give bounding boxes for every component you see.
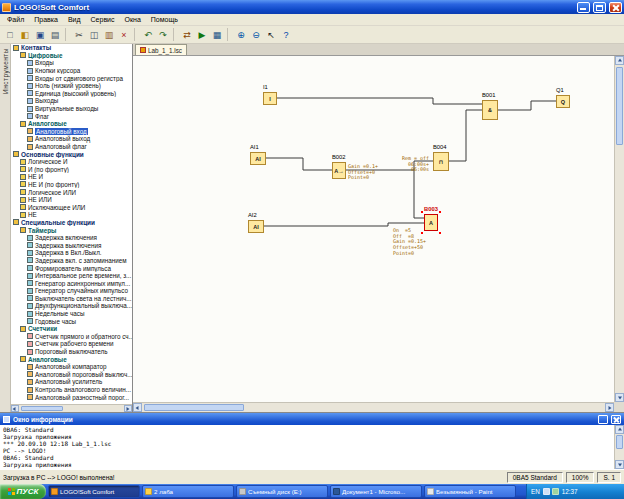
safely-remove-icon[interactable] bbox=[552, 488, 559, 495]
block-ai2[interactable]: AI bbox=[248, 220, 264, 233]
copy-icon[interactable]: ◫ bbox=[87, 28, 101, 42]
tree-item[interactable]: Ноль (низкий уровень) bbox=[11, 82, 132, 90]
select-tool-icon[interactable]: ↖ bbox=[264, 28, 278, 42]
tree-item[interactable]: Двухфункциональный выключа... bbox=[11, 302, 132, 310]
tree-item[interactable]: И (по фронту) bbox=[11, 166, 132, 174]
tools-panel-tab[interactable]: Инструменты bbox=[0, 44, 11, 412]
tree-item[interactable]: Недельные часы bbox=[11, 310, 132, 318]
tree-item[interactable]: Выходы bbox=[11, 97, 132, 105]
tree-item[interactable]: Аналоговый флаг bbox=[11, 143, 132, 151]
tree-item[interactable]: Кнопки курсора bbox=[11, 67, 132, 75]
tree-item[interactable]: Выключатель света на лестнич... bbox=[11, 295, 132, 303]
scroll-thumb[interactable] bbox=[616, 435, 623, 449]
tree-item[interactable]: Аналоговый компаратор bbox=[11, 363, 132, 371]
scroll-left-button[interactable] bbox=[133, 403, 142, 412]
scroll-up-button[interactable] bbox=[615, 56, 624, 65]
start-button[interactable]: ПУСК bbox=[0, 484, 46, 499]
tree-item[interactable]: Специальные функции bbox=[11, 219, 132, 227]
tree-item[interactable]: Задержка включения bbox=[11, 234, 132, 242]
taskbar-item[interactable]: Документ1 - Microso... bbox=[330, 485, 422, 498]
tab-lab-1-1[interactable]: Lab_1_1.lsc bbox=[135, 44, 187, 55]
block-q1[interactable]: Q bbox=[556, 95, 570, 108]
tree-item[interactable]: Счетчик рабочего времени bbox=[11, 340, 132, 348]
block-ai1[interactable]: AI bbox=[250, 152, 266, 165]
volume-icon[interactable] bbox=[543, 488, 550, 495]
minimize-button[interactable] bbox=[577, 2, 590, 13]
open-folder-icon[interactable]: ◧ bbox=[18, 28, 32, 42]
tree-item[interactable]: Контроль аналогового величин... bbox=[11, 386, 132, 394]
online-test-icon[interactable]: ▦ bbox=[210, 28, 224, 42]
tree-item[interactable]: Основные функции bbox=[11, 150, 132, 158]
tree-item[interactable]: Задержка выключения bbox=[11, 241, 132, 249]
tree-item[interactable]: Аналоговый усилитель bbox=[11, 378, 132, 386]
delete-icon[interactable]: × bbox=[117, 28, 131, 42]
tree-item[interactable]: Виртуальные выходы bbox=[11, 105, 132, 113]
taskbar-item[interactable]: 2 лаба bbox=[142, 485, 234, 498]
menu-item[interactable]: Правка bbox=[29, 16, 63, 23]
tree-item[interactable]: Интервальное реле времени, з... bbox=[11, 272, 132, 280]
tree-item[interactable]: Генератор случайных импульсо bbox=[11, 287, 132, 295]
tree-item[interactable]: Аналоговый вход bbox=[11, 128, 132, 136]
block-b004[interactable]: ⊓ bbox=[433, 152, 449, 171]
tree-item[interactable]: Аналоговый пороговый выключ... bbox=[11, 371, 132, 379]
zoom-out-icon[interactable]: ⊖ bbox=[249, 28, 263, 42]
info-dock-button[interactable] bbox=[598, 415, 608, 424]
info-close-button[interactable] bbox=[611, 415, 621, 424]
simulation-icon[interactable]: ▶ bbox=[195, 28, 209, 42]
cut-icon[interactable]: ✂ bbox=[72, 28, 86, 42]
block-b002[interactable]: A→ bbox=[332, 162, 346, 179]
menu-item[interactable]: Окна bbox=[120, 16, 146, 23]
maximize-button[interactable] bbox=[593, 2, 606, 13]
tree-item[interactable]: Годовые часы bbox=[11, 317, 132, 325]
language-indicator[interactable]: EN bbox=[531, 488, 540, 495]
tree-item[interactable]: Задержка вкл. с запоминанием bbox=[11, 257, 132, 265]
scroll-thumb[interactable] bbox=[616, 67, 623, 145]
menu-item[interactable]: Помощь bbox=[146, 16, 183, 23]
canvas[interactable]: I1IB001&Q1QAI1AIB002A→Gain =0.1+ Offset=… bbox=[133, 56, 614, 402]
menu-item[interactable]: Вид bbox=[63, 16, 86, 23]
taskbar-item[interactable]: LOGO!Soft Comfort bbox=[48, 485, 140, 498]
print-icon[interactable]: ▤ bbox=[48, 28, 62, 42]
scroll-thumb[interactable] bbox=[144, 404, 244, 411]
tree-item[interactable]: Пороговый выключатель bbox=[11, 348, 132, 356]
tree-item[interactable]: Логическое И bbox=[11, 158, 132, 166]
info-scrollbar[interactable] bbox=[614, 425, 624, 469]
tree-item[interactable]: Задержка в Вкл./Выкл. bbox=[11, 249, 132, 257]
taskbar-item[interactable]: Безымянный - Paint bbox=[424, 485, 516, 498]
undo-icon[interactable]: ↶ bbox=[141, 28, 155, 42]
tree-item[interactable]: Аналоговые bbox=[11, 120, 132, 128]
block-b001[interactable]: & bbox=[482, 100, 498, 120]
scroll-left-button[interactable] bbox=[11, 405, 19, 412]
convert-icon[interactable]: ⇄ bbox=[180, 28, 194, 42]
scroll-down-button[interactable] bbox=[615, 460, 624, 469]
block-i1[interactable]: I bbox=[263, 92, 277, 105]
tree-item[interactable]: Цифровые bbox=[11, 52, 132, 60]
tree-item[interactable]: НЕ ИЛИ bbox=[11, 196, 132, 204]
tree-item[interactable]: Счетчики bbox=[11, 325, 132, 333]
tree-h-scrollbar[interactable] bbox=[11, 404, 132, 412]
tree-item[interactable]: Контакты bbox=[11, 44, 132, 52]
tree-item[interactable]: НЕ И bbox=[11, 173, 132, 181]
zoom-in-icon[interactable]: ⊕ bbox=[234, 28, 248, 42]
tree-item[interactable]: Единица (высокий уровень) bbox=[11, 90, 132, 98]
tree-item[interactable]: Счетчик прямого и обратного сч... bbox=[11, 333, 132, 341]
canvas-v-scrollbar[interactable] bbox=[614, 56, 624, 402]
tree-item[interactable]: Аналоговые bbox=[11, 355, 132, 363]
tree-item[interactable]: Таймеры bbox=[11, 226, 132, 234]
scroll-right-button[interactable] bbox=[124, 405, 132, 412]
canvas-h-scrollbar[interactable] bbox=[133, 402, 614, 412]
tree-item[interactable]: Аналоговый разностный порог... bbox=[11, 393, 132, 401]
help-cursor-icon[interactable]: ? bbox=[279, 28, 293, 42]
taskbar-item[interactable]: Съемный диск (E:) bbox=[236, 485, 328, 498]
tree-item[interactable]: Формирователь импульса bbox=[11, 264, 132, 272]
redo-icon[interactable]: ↷ bbox=[156, 28, 170, 42]
new-file-icon[interactable]: □ bbox=[3, 28, 17, 42]
tree-item[interactable]: Входы bbox=[11, 59, 132, 67]
close-button[interactable] bbox=[609, 2, 622, 13]
tree-item[interactable]: НЕ И (по фронту) bbox=[11, 181, 132, 189]
paste-icon[interactable]: ▥ bbox=[102, 28, 116, 42]
tree-item[interactable]: Входы от сдвигового регистра bbox=[11, 74, 132, 82]
save-icon[interactable]: ▣ bbox=[33, 28, 47, 42]
menu-item[interactable]: Файл bbox=[2, 16, 29, 23]
scroll-down-button[interactable] bbox=[615, 393, 624, 402]
